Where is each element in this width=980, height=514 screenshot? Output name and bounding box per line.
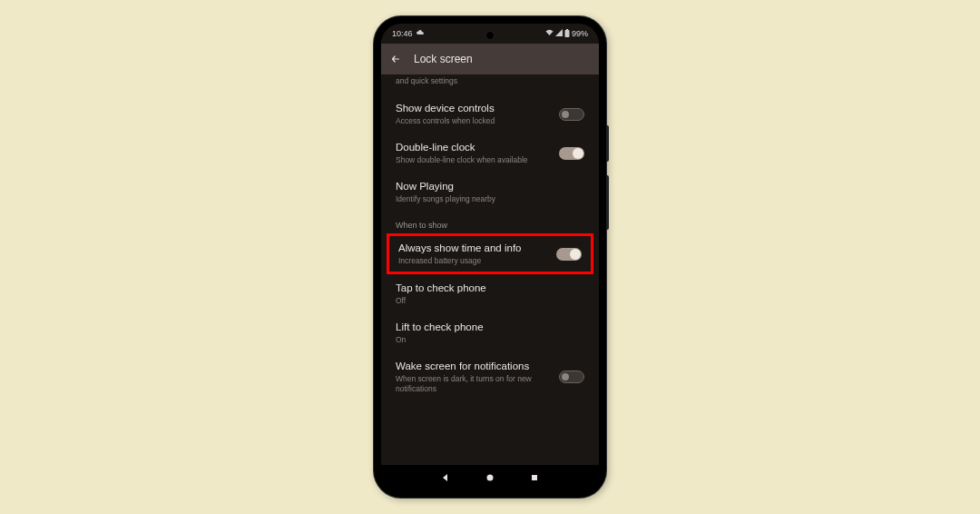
status-left: 10:46 — [392, 29, 425, 38]
svg-rect-0 — [566, 29, 568, 30]
row-subtitle: Off — [396, 296, 584, 306]
svg-point-2 — [487, 475, 494, 481]
nav-back-icon[interactable] — [440, 472, 451, 483]
battery-icon — [564, 29, 570, 39]
row-title: Double-line clock — [396, 141, 552, 154]
switch-wake-screen-notifications[interactable] — [559, 371, 584, 383]
row-title: Tap to check phone — [396, 282, 584, 295]
phone-screen: 10:46 99% Lock — [381, 24, 599, 490]
row-subtitle: Show double-line clock when available — [396, 155, 552, 165]
page-title: Lock screen — [414, 53, 473, 65]
signal-icon — [555, 29, 563, 38]
row-title: Wake screen for notifications — [396, 360, 552, 373]
status-battery-pct: 99% — [572, 29, 588, 38]
nav-recent-icon[interactable] — [529, 472, 540, 483]
nav-home-icon[interactable] — [485, 472, 495, 483]
navigation-bar — [381, 465, 599, 490]
row-title: Now Playing — [396, 180, 584, 193]
settings-list[interactable]: and quick settings Show device controls … — [381, 74, 599, 465]
row-always-show-time-highlighted[interactable]: Always show time and info Increased batt… — [387, 233, 593, 274]
row-title: Always show time and info — [398, 242, 549, 255]
cloud-icon — [416, 29, 425, 38]
row-double-line-clock[interactable]: Double-line clock Show double-line clock… — [381, 133, 599, 173]
row-lift-to-check[interactable]: Lift to check phone On — [381, 313, 599, 352]
row-subtitle: Increased battery usage — [398, 256, 549, 266]
switch-double-line-clock[interactable] — [559, 147, 584, 160]
partial-row-subtitle: and quick settings — [381, 74, 599, 94]
phone-frame: 10:46 99% Lock — [374, 16, 606, 498]
switch-always-show-time[interactable] — [556, 248, 582, 261]
back-button[interactable] — [390, 54, 401, 64]
row-title: Lift to check phone — [396, 321, 584, 334]
row-subtitle: When screen is dark, it turns on for new… — [396, 374, 552, 394]
svg-rect-3 — [532, 475, 537, 480]
camera-hole — [485, 31, 495, 40]
row-subtitle: Access controls when locked — [396, 116, 552, 126]
row-wake-screen-notifications[interactable]: Wake screen for notifications When scree… — [381, 352, 599, 401]
status-time: 10:46 — [392, 29, 413, 38]
row-show-device-controls[interactable]: Show device controls Access controls whe… — [381, 94, 599, 133]
row-title: Show device controls — [396, 102, 552, 115]
row-now-playing[interactable]: Now Playing Identify songs playing nearb… — [381, 173, 599, 212]
row-subtitle: Identify songs playing nearby — [396, 194, 584, 204]
wifi-icon — [545, 29, 554, 38]
switch-show-device-controls[interactable] — [559, 108, 584, 121]
app-bar: Lock screen — [381, 44, 599, 74]
status-right: 99% — [545, 29, 588, 39]
svg-rect-1 — [564, 30, 569, 37]
row-subtitle: On — [396, 335, 584, 345]
row-tap-to-check[interactable]: Tap to check phone Off — [381, 274, 599, 313]
section-header-when-to-show: When to show — [381, 212, 599, 233]
